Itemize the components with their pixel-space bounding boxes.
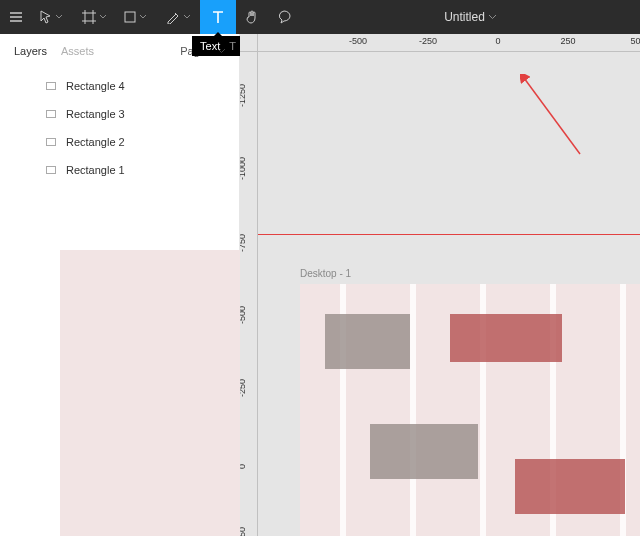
svg-rect-0: [125, 12, 135, 22]
svg-rect-2: [47, 111, 56, 118]
rectangle-icon: [44, 79, 58, 93]
sidebar: Layers Assets Page 1 Desktop - 1 Rectang…: [0, 34, 240, 536]
file-title[interactable]: Untitled: [300, 10, 640, 24]
svg-line-5: [524, 78, 580, 154]
annotation-arrow: [520, 74, 600, 164]
ruler-guide[interactable]: [258, 234, 640, 235]
chevron-down-icon: [184, 15, 190, 19]
canvas-frame[interactable]: Desktop - 1: [300, 284, 640, 536]
chevron-down-icon: [140, 15, 146, 19]
ruler-horizontal: -500 -250 0 250 500: [258, 34, 640, 52]
svg-rect-1: [47, 83, 56, 90]
layer-name: Rectangle 3: [66, 108, 125, 120]
layer-item[interactable]: Rectangle 2: [0, 128, 239, 156]
chevron-down-icon: [218, 49, 225, 53]
hand-tool[interactable]: [236, 0, 268, 34]
layer-item[interactable]: Rectangle 1: [0, 156, 239, 184]
text-tool[interactable]: Text T: [200, 0, 236, 34]
svg-rect-4: [47, 167, 56, 174]
rectangle[interactable]: [515, 459, 625, 514]
pen-tool[interactable]: [158, 0, 200, 34]
canvas[interactable]: -500 -250 0 250 500 -1250 -1000 -750 -50…: [240, 34, 640, 536]
chevron-down-icon: [56, 15, 62, 19]
svg-rect-3: [47, 139, 56, 146]
rectangle[interactable]: [325, 314, 410, 369]
tab-assets[interactable]: Assets: [61, 45, 94, 57]
ruler-vertical: -1250 -1000 -750 -500 -250 0 250: [240, 52, 258, 536]
ruler-corner: [240, 34, 258, 52]
file-title-text: Untitled: [444, 10, 485, 24]
shape-tool[interactable]: [116, 0, 158, 34]
layers-panel: Desktop - 1 Rectangle 4 Rectangle 3 Rect…: [0, 68, 239, 188]
layer-name: Rectangle 2: [66, 136, 125, 148]
rectangle-icon: [44, 107, 58, 121]
rectangle[interactable]: [450, 314, 562, 362]
toolbar: Text T Untitled: [0, 0, 640, 34]
chevron-down-icon: [100, 15, 106, 19]
rectangle-icon: [44, 163, 58, 177]
layer-item[interactable]: Rectangle 4: [0, 72, 239, 100]
frame-tool[interactable]: [74, 0, 116, 34]
menu-button[interactable]: [0, 0, 32, 34]
rectangle-icon: [44, 135, 58, 149]
move-tool[interactable]: [32, 0, 74, 34]
frame-label: Desktop - 1: [300, 268, 351, 279]
text-tool-tooltip: Text T: [192, 36, 244, 56]
layer-name: Rectangle 4: [66, 80, 125, 92]
layer-item[interactable]: Rectangle 3: [0, 100, 239, 128]
chevron-down-icon: [489, 15, 496, 19]
tab-layers[interactable]: Layers: [14, 45, 47, 57]
tooltip-shortcut: T: [229, 40, 236, 52]
rectangle[interactable]: [370, 424, 478, 479]
layer-name: Rectangle 1: [66, 164, 125, 176]
comment-tool[interactable]: [268, 0, 300, 34]
